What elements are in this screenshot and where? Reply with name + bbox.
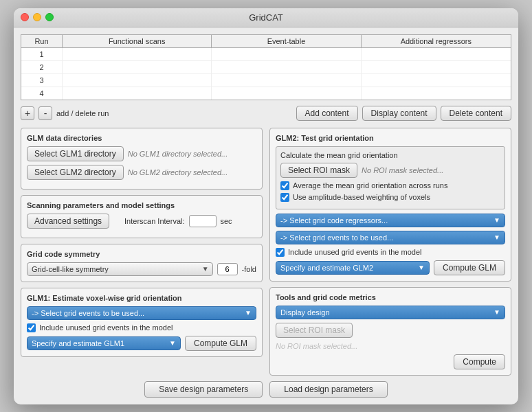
glm2-regressors-select[interactable]: -> Select grid code regressors...	[276, 214, 505, 227]
tools-roi-row: Select ROI mask	[276, 323, 505, 338]
glm1-compute-row: Specify and estimate GLM1 ▼ Compute GLM	[27, 336, 256, 351]
glm2-row: Select GLM2 directory No GLM2 directory …	[27, 165, 256, 180]
glm2-amplitude-label: Use amplitude-based weighting of voxels	[293, 193, 430, 201]
glm1-specify-dropdown-container: Specify and estimate GLM1 ▼	[27, 336, 181, 350]
toolbar-row: + - add / delete run Add content Display…	[21, 106, 511, 121]
glm1-row: Select GLM1 directory No GLM1 directory …	[27, 146, 256, 161]
tools-roi-button[interactable]: Select ROI mask	[276, 323, 353, 338]
display-content-button[interactable]: Display content	[362, 106, 436, 121]
interscan-label: Interscan Interval:	[124, 217, 184, 225]
calc-mean-title: Calculate the mean grid orientation	[280, 151, 500, 159]
scanning-title: Scanning parameters and model settings	[27, 201, 256, 209]
scanning-panel: Scanning parameters and model settings A…	[21, 195, 263, 238]
glm2-amplitude-row: Use amplitude-based weighting of voxels	[280, 193, 500, 202]
runs-table: Run Functional scans Event-table Additio…	[21, 34, 511, 100]
glm-data-title: GLM data directories	[27, 134, 256, 142]
functional-cell	[63, 74, 212, 87]
interscan-input[interactable]	[189, 215, 217, 227]
tools-compute-button[interactable]: Compute	[454, 354, 505, 369]
glm1-events-select[interactable]: -> Select grid events to be used...	[27, 307, 256, 319]
glm2-specify-select[interactable]: Specify and estimate GLM2	[276, 262, 429, 274]
grid-code-sym-panel: Grid code symmetry Grid-cell-like symmet…	[21, 244, 263, 282]
glm2-include-unused-checkbox[interactable]	[276, 248, 285, 257]
glm1-estimate-panel: GLM1: Estimate voxel-wise grid orientati…	[21, 288, 263, 357]
save-design-button[interactable]: Save design parameters	[144, 381, 263, 398]
col-regressors: Additional regressors	[362, 35, 511, 47]
run-number: 4	[21, 87, 63, 100]
table-row: 4	[21, 87, 511, 100]
tools-title: Tools and grid code metrics	[276, 293, 505, 301]
calc-mean-subpanel: Calculate the mean grid orientation Sele…	[276, 146, 505, 209]
run-number: 1	[21, 48, 63, 60]
tools-display-select[interactable]: Display design	[276, 306, 505, 319]
glm2-roi-placeholder: No ROI mask selected...	[362, 166, 443, 174]
table-row: 3	[21, 74, 511, 87]
glm2-placeholder: No GLM2 directory selected...	[128, 168, 228, 176]
glm2-specify-container: Specify and estimate GLM2 ▼	[276, 261, 430, 275]
add-content-button[interactable]: Add content	[296, 106, 358, 121]
functional-cell	[63, 87, 212, 100]
regressors-cell	[362, 48, 511, 60]
maximize-button[interactable]	[45, 13, 54, 21]
titlebar: GridCAT	[14, 8, 518, 27]
glm1-include-unused-label: Include unused grid events in the model	[39, 323, 173, 332]
delete-content-button[interactable]: Delete content	[441, 106, 511, 121]
sym-row: Grid-cell-like symmetry ▼ -fold	[27, 262, 256, 276]
minimize-button[interactable]	[33, 13, 41, 21]
table-row: 1	[21, 48, 511, 61]
remove-run-button[interactable]: -	[38, 106, 52, 120]
glm2-roi-row: Select ROI mask No ROI mask selected...	[280, 163, 500, 178]
footer-buttons: Save design parameters Load design param…	[21, 381, 511, 398]
fold-input[interactable]	[217, 263, 238, 275]
glm2-average-label: Average the mean grid orientation across…	[293, 181, 447, 190]
tools-panel: Tools and grid code metrics Display desi…	[269, 287, 511, 376]
glm1-include-unused-checkbox[interactable]	[27, 323, 36, 332]
regressors-cell	[362, 61, 511, 73]
right-column: GLM2: Test grid orientation Calculate th…	[269, 128, 511, 376]
glm2-average-checkbox[interactable]	[280, 181, 289, 190]
event-cell	[212, 74, 361, 87]
fold-label: -fold	[242, 265, 256, 273]
select-glm1-button[interactable]: Select GLM1 directory	[27, 146, 124, 161]
select-glm2-button[interactable]: Select GLM2 directory	[27, 165, 124, 180]
advanced-settings-button[interactable]: Advanced settings	[27, 214, 109, 229]
table-header: Run Functional scans Event-table Additio…	[21, 35, 511, 48]
tools-compute-row: Compute	[276, 354, 505, 369]
glm2-amplitude-checkbox[interactable]	[280, 193, 289, 202]
table-row: 2	[21, 61, 511, 74]
sym-dropdown-container: Grid-cell-like symmetry ▼	[27, 262, 213, 276]
glm2-include-unused-row: Include unused grid events in the model	[276, 248, 505, 257]
interscan-unit: sec	[221, 217, 232, 225]
tools-display-container: Display design ▼	[276, 306, 505, 319]
glm1-compute-button[interactable]: Compute GLM	[185, 336, 256, 351]
event-cell	[212, 48, 361, 60]
add-run-button[interactable]: +	[21, 106, 34, 120]
glm2-events-row: -> Select grid events to be used... ▼	[276, 231, 505, 244]
load-design-button[interactable]: Load design parameters	[269, 381, 387, 398]
main-content: Run Functional scans Event-table Additio…	[14, 27, 518, 404]
functional-cell	[63, 48, 212, 60]
glm1-include-unused-row: Include unused grid events in the model	[27, 323, 256, 332]
table-body: 1 2 3 4	[21, 48, 511, 100]
regressors-cell	[362, 74, 511, 87]
regressors-cell	[362, 87, 511, 100]
glm1-title: GLM1: Estimate voxel-wise grid orientati…	[27, 294, 256, 302]
scanning-row: Advanced settings Interscan Interval: se…	[27, 214, 256, 229]
glm-data-panel: GLM data directories Select GLM1 directo…	[21, 128, 263, 190]
glm1-specify-select[interactable]: Specify and estimate GLM1	[27, 337, 180, 350]
window-title: GridCAT	[249, 12, 283, 23]
close-button[interactable]	[21, 13, 29, 21]
left-column: GLM data directories Select GLM1 directo…	[21, 128, 263, 376]
add-delete-label: add / delete run	[56, 109, 109, 117]
glm2-events-select[interactable]: -> Select grid events to be used...	[276, 231, 505, 244]
grid-sym-select[interactable]: Grid-cell-like symmetry	[27, 262, 213, 276]
main-columns: GLM data directories Select GLM1 directo…	[21, 128, 511, 376]
col-event: Event-table	[212, 35, 361, 47]
functional-cell	[63, 61, 212, 73]
glm2-roi-button[interactable]: Select ROI mask	[280, 163, 357, 178]
glm1-events-row: -> Select grid events to be used... ▼	[27, 306, 256, 320]
run-number: 2	[21, 61, 63, 73]
glm2-compute-button[interactable]: Compute GLM	[434, 260, 505, 275]
glm2-regressors-row: -> Select grid code regressors... ▼	[276, 214, 505, 227]
glm2-regressors-container: -> Select grid code regressors... ▼	[276, 214, 505, 227]
